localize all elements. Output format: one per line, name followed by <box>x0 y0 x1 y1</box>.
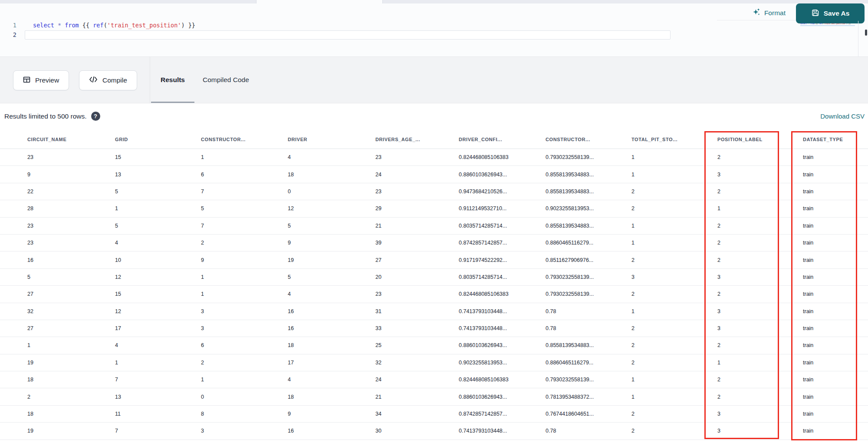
code-line-1[interactable]: select * from {{ ref('train_test_positio… <box>33 21 195 30</box>
table-cell: train <box>803 308 868 314</box>
table-cell: 21 <box>375 394 459 400</box>
table-cell: 1 <box>717 205 803 212</box>
code-token: }} <box>848 23 851 25</box>
save-as-button[interactable]: Save As <box>796 3 865 23</box>
tab-compiled-code[interactable]: Compiled Code <box>203 76 249 84</box>
table-cell: 7 <box>201 188 288 195</box>
table-cell: 32 <box>375 360 459 366</box>
table-cell: 6 <box>201 172 288 178</box>
table-cell: 5 <box>288 223 375 229</box>
table-cell: 10 <box>115 257 201 263</box>
table-cell: 27 <box>27 291 115 297</box>
format-button[interactable]: Format <box>752 8 786 18</box>
column-header-dataset-type: DATASET_TYPE <box>803 137 868 142</box>
table-cell: 0.9023255813953... <box>459 360 546 366</box>
table-cell: 5 <box>27 274 115 280</box>
table-row: 23429390.8742857142857...0.8860465116279… <box>0 235 868 251</box>
table-cell: 7 <box>201 223 288 229</box>
table-cell: 0.8558139534883... <box>546 188 631 195</box>
table-cell: 2 <box>717 223 803 229</box>
table-cell: 1 <box>115 360 201 366</box>
save-icon <box>811 9 819 19</box>
table-cell: 11 <box>115 411 201 417</box>
table-cell: 15 <box>115 154 201 160</box>
table-row: 2717316330.7413793103448...0.7823train <box>0 320 868 337</box>
table-cell: 18 <box>27 411 115 417</box>
table-cell: 2 <box>631 411 717 417</box>
column-header-position-label: POSITION_LABEL <box>717 137 803 142</box>
table-cell: 12 <box>288 205 375 212</box>
table-cell: 24 <box>375 377 459 383</box>
sql-editor[interactable]: 1 select * from {{ ref('train_test_posit… <box>0 3 868 56</box>
table-cell: 3 <box>717 172 803 178</box>
table-cell: 2 <box>631 342 717 348</box>
table-cell: 13 <box>115 172 201 178</box>
table-cell: train <box>803 205 868 212</box>
table-cell: 5 <box>115 223 201 229</box>
table-row: 913618240.8860103626943...0.855813953488… <box>0 166 868 183</box>
table-cell: 2 <box>631 325 717 331</box>
column-header-drivers-age: DRIVERS_AGE_... <box>375 137 459 142</box>
code-token <box>61 22 65 29</box>
line-number-2: 2 <box>0 30 16 39</box>
active-line-highlight[interactable] <box>25 30 671 40</box>
preview-button[interactable]: Preview <box>13 70 69 90</box>
table-cell: 22 <box>27 188 115 195</box>
table-cell: 7 <box>115 377 201 383</box>
table-cell: 0.9473684210526... <box>459 188 546 195</box>
table-cell: 2 <box>717 257 803 263</box>
code-token: }} <box>185 22 195 29</box>
table-cell: 2 <box>27 394 115 400</box>
table-cell: 28 <box>27 205 115 212</box>
results-info-bar: Results limited to 500 rows. ? Download … <box>0 104 868 130</box>
editor-scrollbar-thumb[interactable] <box>865 30 867 36</box>
table-cell: train <box>803 291 868 297</box>
table-cell: 4 <box>115 240 201 246</box>
table-cell: 30 <box>375 428 459 434</box>
code-token: ref <box>819 23 822 25</box>
table-cell: 0.8860103626943... <box>459 394 546 400</box>
table-row: 14618250.8860103626943...0.8558139534883… <box>0 337 868 354</box>
table-cell: 0.9112149532710... <box>459 205 546 212</box>
table-cell: 2 <box>631 428 717 434</box>
table-cell: 5 <box>288 274 375 280</box>
preview-label: Preview <box>35 76 59 84</box>
table-cell: 2 <box>201 360 288 366</box>
table-cell: 0.9023255813953... <box>546 205 631 212</box>
editor-minimap: select * from {{ ref('train_test_positio… <box>800 23 855 26</box>
table-cell: 24 <box>375 172 459 178</box>
table-cell: 3 <box>717 274 803 280</box>
table-cell: 1 <box>631 223 717 229</box>
table-cell: 2 <box>631 291 717 297</box>
table-cell: 27 <box>27 325 115 331</box>
table-cell: 2 <box>717 377 803 383</box>
toolbar-vertical-divider <box>150 57 150 103</box>
help-icon[interactable]: ? <box>91 112 100 121</box>
minimap-viewport-indicator <box>800 25 855 26</box>
table-cell: 0.7930232558139... <box>546 274 631 280</box>
table-row: 22570230.9473684210526...0.8558139534883… <box>0 183 868 200</box>
table-cell: train <box>803 325 868 331</box>
editor-scrollbar-track <box>858 21 858 56</box>
table-cell: 23 <box>375 154 459 160</box>
table-cell: 16 <box>288 325 375 331</box>
table-cell: 19 <box>27 360 115 366</box>
table-cell: 1 <box>115 205 201 212</box>
table-cell: 29 <box>375 205 459 212</box>
tab-results[interactable]: Results <box>151 76 194 84</box>
code-token: * <box>58 22 61 29</box>
table-cell: 3 <box>201 428 288 434</box>
download-csv-link[interactable]: Download CSV <box>820 112 865 120</box>
compile-button[interactable]: Compile <box>79 70 137 90</box>
table-row: 3212316310.7413793103448...0.7813train <box>0 303 868 320</box>
table-cell: 4 <box>115 342 201 348</box>
table-cell: 1 <box>201 154 288 160</box>
table-cell: 3 <box>717 428 803 434</box>
active-file-tab[interactable] <box>256 0 383 3</box>
code-token: select <box>800 23 807 25</box>
table-cell: 0.8860465116279... <box>546 240 631 246</box>
table-header-row: CIRCUIT_NAMEGRIDCONSTRUCTOR...DRIVERDRIV… <box>0 130 868 149</box>
table-cell: 0.78 <box>546 428 631 434</box>
compile-label: Compile <box>102 76 127 84</box>
line-number-1: 1 <box>0 21 16 30</box>
